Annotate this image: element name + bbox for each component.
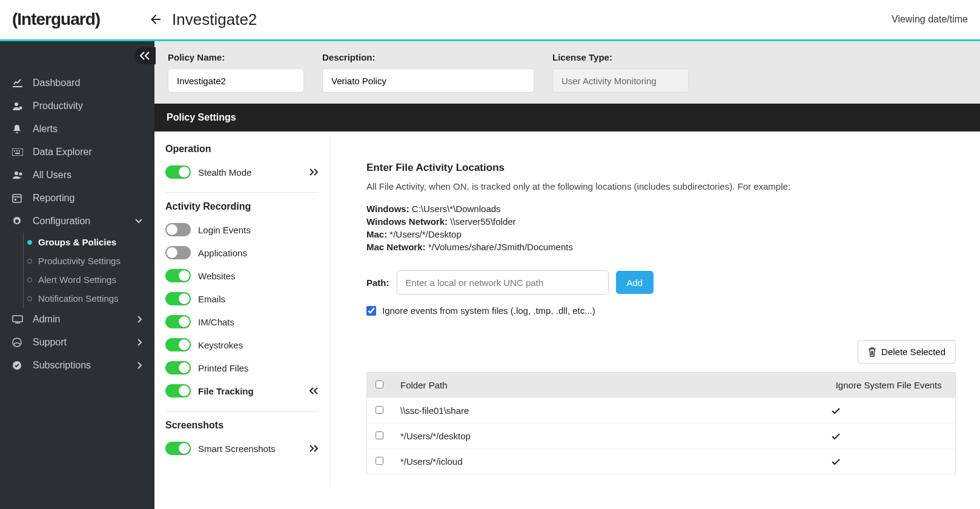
activity-toggle-label: Printed Files <box>198 363 248 373</box>
row-checkbox[interactable] <box>376 457 383 465</box>
svg-rect-11 <box>15 199 16 201</box>
description-input[interactable] <box>322 68 534 93</box>
svg-rect-5 <box>19 150 20 151</box>
policy-name-label: Policy Name: <box>168 52 304 62</box>
stealth-mode-label: Stealth Mode <box>198 167 251 178</box>
activity-toggle[interactable] <box>165 384 191 398</box>
sidebar-item-reporting[interactable]: Reporting <box>0 187 154 210</box>
sidebar-item-label: Subscriptions <box>33 360 91 371</box>
activity-recording-section-title: Activity Recording <box>165 201 319 212</box>
sidebar-item-label: Data Explorer <box>33 147 92 158</box>
page-title: Investigate2 <box>172 10 257 29</box>
file-activity-example: Windows: C:\Users\*\Downloads <box>366 204 956 214</box>
sidebar-item-alerts[interactable]: Alerts <box>0 118 154 141</box>
sidebar-item-label: All Users <box>33 170 71 181</box>
sidebar-item-dashboard[interactable]: Dashboard <box>0 72 154 95</box>
sidebar-item-all-users[interactable]: All Users <box>0 164 154 187</box>
svg-point-7 <box>15 171 18 175</box>
subnav-alert-word-settings[interactable]: Alert Word Settings <box>24 270 154 289</box>
sidebar-item-data-explorer[interactable]: Data Explorer <box>0 141 154 164</box>
sidebar-item-admin[interactable]: Admin <box>0 308 154 331</box>
chevron-right-icon <box>137 339 142 346</box>
activity-toggle-label: IM/Chats <box>198 317 234 327</box>
table-row: \\ssc-file01\share <box>367 398 956 424</box>
ignore-events-cell <box>823 398 956 424</box>
chart-icon <box>12 78 24 88</box>
viewing-date-time-label: Viewing date/time <box>892 14 968 25</box>
chevron-down-icon <box>135 219 142 224</box>
brand-logo: (Interguard) <box>12 10 100 29</box>
row-checkbox[interactable] <box>376 406 383 414</box>
sidebar-item-configuration[interactable]: Configuration <box>0 210 154 233</box>
sidebar-item-subscriptions[interactable]: Subscriptions <box>0 354 154 377</box>
table-row: */Users/*/desktop <box>367 424 956 449</box>
file-activity-example: Mac: */Users/*/Desktop <box>366 229 956 239</box>
row-checkbox[interactable] <box>376 431 383 439</box>
expand-icon[interactable] <box>309 445 319 452</box>
back-arrow-icon[interactable] <box>148 12 163 27</box>
select-all-checkbox[interactable] <box>376 381 383 388</box>
svg-point-0 <box>15 102 18 106</box>
activity-toggle[interactable] <box>165 361 191 374</box>
folder-path-cell: */Users/*/icloud <box>392 449 823 474</box>
sidebar-collapse-button[interactable] <box>134 47 156 64</box>
stealth-mode-toggle[interactable] <box>165 165 191 179</box>
support-icon <box>12 338 24 347</box>
svg-rect-2 <box>12 148 23 156</box>
trash-icon <box>868 347 876 357</box>
svg-point-1 <box>19 107 22 110</box>
calendar-icon <box>12 193 24 203</box>
ignore-system-files-checkbox[interactable] <box>366 306 376 316</box>
activity-toggle-label: Login Events <box>198 225 251 235</box>
ignore-system-files-label: Ignore events from system files (.log, .… <box>382 305 595 316</box>
activity-toggle[interactable] <box>165 292 191 305</box>
subnav-notification-settings[interactable]: Notification Settings <box>24 289 154 308</box>
smart-screenshots-toggle[interactable] <box>165 442 191 455</box>
sidebar-item-label: Reporting <box>33 193 74 204</box>
expand-icon[interactable] <box>309 168 319 176</box>
delete-selected-button[interactable]: Delete Selected <box>858 340 956 364</box>
file-activity-description: All File Activity, when ON, is tracked o… <box>366 181 956 191</box>
admin-icon <box>12 315 24 324</box>
policy-name-input[interactable] <box>168 68 304 93</box>
svg-rect-9 <box>13 195 21 202</box>
file-activity-example: Windows Network: \\server55\folder <box>366 216 956 227</box>
add-button[interactable]: Add <box>616 271 654 294</box>
col-folder-path: Folder Path <box>392 373 823 398</box>
bell-icon <box>12 124 24 134</box>
check-circle-icon <box>12 361 24 370</box>
collapse-icon[interactable] <box>309 387 319 394</box>
activity-toggle[interactable] <box>165 223 191 236</box>
sidebar-item-label: Admin <box>33 314 60 325</box>
path-label: Path: <box>366 278 389 288</box>
license-type-label: License Type: <box>552 52 689 62</box>
activity-toggle-label: File Tracking <box>198 386 254 396</box>
sidebar-item-productivity[interactable]: Productivity <box>0 95 154 118</box>
subnav-groups-policies[interactable]: Groups & Policies <box>24 233 154 251</box>
keyboard-icon <box>12 148 24 156</box>
activity-toggle[interactable] <box>165 338 191 351</box>
sidebar-item-support[interactable]: Support <box>0 331 154 354</box>
table-row: */Users/*/icloud <box>367 449 956 474</box>
activity-toggle[interactable] <box>165 246 191 259</box>
folder-path-cell: */Users/*/desktop <box>392 424 823 449</box>
activity-toggle-label: Websites <box>198 271 235 281</box>
sidebar-item-label: Productivity <box>33 101 83 111</box>
activity-toggle[interactable] <box>165 315 191 328</box>
svg-rect-6 <box>15 153 20 154</box>
subnav-productivity-settings[interactable]: Productivity Settings <box>24 251 154 270</box>
screenshots-section-title: Screenshots <box>165 420 319 431</box>
chevron-right-icon <box>137 362 142 369</box>
policy-settings-header: Policy Settings <box>154 104 980 131</box>
sidebar: Dashboard Productivity Alerts Data Explo… <box>0 41 154 509</box>
path-input[interactable] <box>397 270 609 294</box>
file-activity-example: Mac Network: */Volumes/share/JSmith/Docu… <box>366 242 956 252</box>
users-icon <box>12 171 24 179</box>
svg-rect-12 <box>13 316 22 322</box>
description-label: Description: <box>322 52 534 62</box>
user-icon <box>12 101 24 111</box>
activity-toggle[interactable] <box>165 269 191 282</box>
sidebar-item-label: Dashboard <box>33 78 80 88</box>
col-ignore-events: Ignore System File Events <box>823 373 956 398</box>
operation-section-title: Operation <box>165 144 319 155</box>
